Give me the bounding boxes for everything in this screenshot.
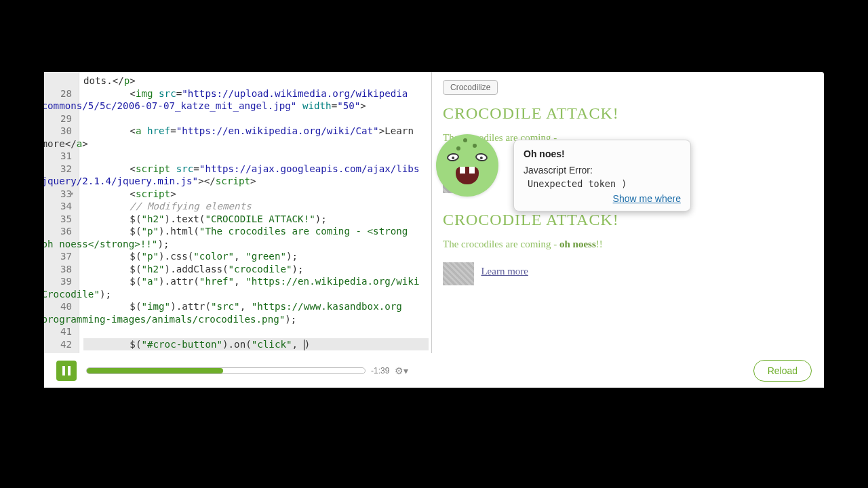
code-line[interactable]: <img src="https://upload.wikimedia.org/w… <box>83 87 429 100</box>
line-number: 30 <box>44 125 72 138</box>
line-number: 40 <box>44 300 72 313</box>
ohnoes-character <box>436 134 504 202</box>
line-number: 31 <box>44 150 72 163</box>
preview-image-2 <box>443 262 474 285</box>
code-line[interactable]: /Crocodile"); <box>44 288 429 301</box>
playback-controls: -1:39 ⚙▾ Reload <box>44 353 824 388</box>
code-line[interactable]: $("p").css("color", "green"); <box>83 250 429 263</box>
error-subtitle: Javascript Error: <box>524 165 681 176</box>
time-remaining: -1:39 <box>371 366 389 375</box>
para2-suffix: !! <box>596 239 603 249</box>
preview-heading-1: CROCODILE ATTACK! <box>443 104 813 123</box>
code-line[interactable] <box>83 113 429 125</box>
error-popup: Oh noes! Javascript Error: Unexpected to… <box>513 140 691 211</box>
line-number: 29 <box>44 113 72 125</box>
code-line[interactable]: >oh noess</strong>!!"); <box>44 238 429 251</box>
error-message: Unexpected token ) <box>528 178 681 189</box>
pause-button[interactable] <box>56 361 77 381</box>
code-line[interactable]: /jquery/2.1.4/jquery.min.js"></script> <box>44 175 429 188</box>
crocodilize-button[interactable]: Crocodilize <box>443 80 498 95</box>
code-line[interactable]: $("h2").addClass("crocodile"); <box>83 263 429 276</box>
code-line[interactable]: /programming-images/animals/crocodiles.p… <box>44 313 429 326</box>
output-preview: Crocodilize CROCODILE ATTACK! The crocod… <box>432 72 824 353</box>
code-area[interactable]: dots.</p> <img src="https://upload.wikim… <box>79 72 431 353</box>
line-number: 36 <box>44 225 72 238</box>
code-editor[interactable]: 282930313233343536373839404142 dots.</p>… <box>44 72 432 353</box>
line-number: 41 <box>44 325 72 338</box>
code-line[interactable]: $("p").html("The crocodiles are coming -… <box>83 225 429 238</box>
code-line[interactable]: dots.</p> <box>83 75 429 87</box>
line-number: 42 <box>44 338 72 351</box>
line-number: 37 <box>44 250 72 263</box>
progress-track[interactable] <box>86 367 366 374</box>
code-line[interactable]: $("a").attr("href", "https://en.wikipedi… <box>83 275 429 288</box>
code-line[interactable] <box>83 150 429 163</box>
code-line[interactable]: /commons/5/5c/2006-07-07_katze_mit_angel… <box>44 100 429 113</box>
code-line[interactable] <box>83 325 429 338</box>
code-line[interactable]: <script> <box>83 188 429 201</box>
main-split: 282930313233343536373839404142 dots.</p>… <box>44 72 824 353</box>
fold-toggle-icon[interactable]: ▾ <box>70 188 74 201</box>
reload-button[interactable]: Reload <box>753 360 812 382</box>
para2-prefix: The crocodiles are coming - <box>443 239 559 249</box>
line-number: 38 <box>44 263 72 276</box>
line-number: 35 <box>44 213 72 226</box>
app-window: 282930313233343536373839404142 dots.</p>… <box>44 72 824 388</box>
code-line[interactable]: more</a> <box>44 138 429 150</box>
preview-row-2: Learn more <box>443 257 813 285</box>
line-number <box>44 75 72 87</box>
settings-gear-icon[interactable]: ⚙▾ <box>395 365 408 376</box>
line-gutter: 282930313233343536373839404142 <box>44 72 79 353</box>
code-line[interactable]: <a href="https://en.wikipedia.org/wiki/C… <box>83 125 429 138</box>
show-me-where-link[interactable]: Show me where <box>524 193 681 204</box>
line-number: 32 <box>44 163 72 176</box>
preview-paragraph-2: The crocodiles are coming - oh noess!! <box>443 239 813 250</box>
line-number: 33 <box>44 188 72 201</box>
preview-heading-2: CROCODILE ATTACK! <box>443 211 813 229</box>
code-line[interactable]: $("img").attr("src", "https://www.kasand… <box>83 300 429 313</box>
line-number: 34 <box>44 200 72 213</box>
progress-fill <box>87 368 223 373</box>
line-number: 39 <box>44 275 72 288</box>
line-number: 28 <box>44 87 72 100</box>
code-line[interactable]: $("#croc-button").on("click", ) <box>83 338 429 351</box>
code-line[interactable]: // Modifying elements <box>83 200 429 213</box>
code-line[interactable]: <script src="https://ajax.googleapis.com… <box>83 163 429 176</box>
error-title: Oh noes! <box>524 148 681 159</box>
code-line[interactable]: $("h2").text("CROCODILE ATTACK!"); <box>83 213 429 226</box>
para2-strong: oh noess <box>559 239 596 249</box>
learn-more-link[interactable]: Learn more <box>481 266 528 277</box>
